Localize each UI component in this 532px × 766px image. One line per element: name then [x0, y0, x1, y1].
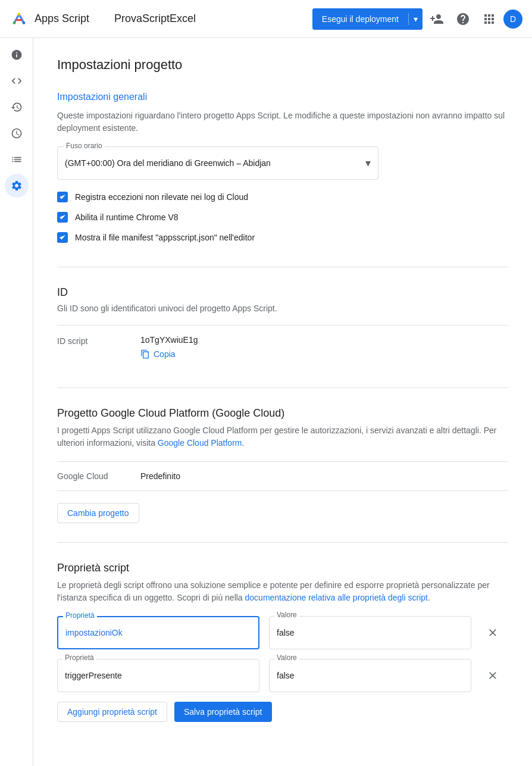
checkbox-manifest[interactable] — [57, 232, 68, 243]
list-icon — [11, 154, 23, 165]
code-icon — [11, 75, 23, 87]
gcp-section: Progetto Google Cloud Platform (Google C… — [57, 407, 508, 523]
sidebar-item-executions[interactable] — [5, 148, 29, 171]
gcp-row: Google Cloud Predefinito — [57, 461, 508, 491]
checkbox-exceptions[interactable] — [57, 192, 68, 202]
sidebar-item-info[interactable] — [5, 43, 29, 67]
script-properties-section: Proprietà script Le proprietà degli scri… — [57, 562, 508, 722]
divider-3 — [57, 542, 508, 543]
help-button[interactable] — [451, 7, 475, 31]
prop-value-field-1-label: Valore — [274, 611, 299, 619]
history-icon — [11, 101, 23, 113]
prop-value-input-2[interactable] — [277, 671, 464, 680]
checkmark-icon — [59, 234, 66, 241]
delete-prop-1-button[interactable] — [481, 621, 505, 645]
checkbox-row-2: Abilita il runtime Chrome V8 — [57, 212, 508, 223]
checkbox-chrome-v8[interactable] — [57, 212, 68, 223]
svg-point-1 — [18, 12, 21, 15]
checkmark-icon — [59, 193, 66, 201]
checkbox-row-3: Mostra il file manifest "appsscript.json… — [57, 232, 508, 243]
sidebar — [0, 38, 33, 766]
prop-value-input-1[interactable] — [277, 628, 464, 637]
timezone-value: (GMT+00:00) Ora del meridiano di Greenwi… — [65, 158, 365, 168]
timezone-dropdown[interactable]: Fuso orario (GMT+00:00) Ora del meridian… — [57, 146, 378, 180]
id-script-label: ID script — [57, 335, 140, 346]
general-settings-section: Impostazioni generali Queste impostazion… — [57, 92, 508, 243]
close-icon — [487, 627, 499, 639]
prop-value-field-2[interactable]: Valore — [269, 659, 471, 692]
prop-field-1-label: Proprietà — [63, 611, 97, 620]
prop-field-2-label: Proprietà — [62, 654, 96, 662]
main-content: Impostazioni progetto Impostazioni gener… — [33, 38, 532, 766]
gcp-link[interactable]: Google Cloud Platform — [158, 438, 242, 448]
help-icon — [456, 12, 470, 26]
copy-icon — [140, 349, 150, 359]
gcp-row-label: Google Cloud — [57, 471, 140, 481]
sidebar-item-history[interactable] — [5, 95, 29, 119]
divider-2 — [57, 387, 508, 388]
copy-button[interactable]: Copia — [140, 349, 198, 359]
gcp-row-value: Predefinito — [140, 471, 180, 481]
save-properties-button[interactable]: Salva proprietà script — [174, 702, 272, 722]
general-settings-description: Queste impostazioni riguardano l'intero … — [57, 110, 508, 135]
checkbox-exceptions-label: Registra eccezioni non rilevate nei log … — [75, 192, 248, 202]
add-collaborator-button[interactable] — [425, 7, 449, 31]
props-description: Le proprietà degli script offrono una so… — [57, 579, 508, 604]
apps-button[interactable] — [477, 7, 501, 31]
id-description: Gli ID sono gli identificatori univoci d… — [57, 304, 508, 313]
prop-value-field-1[interactable]: Valore — [269, 616, 471, 649]
props-title: Proprietà script — [57, 562, 508, 574]
id-title: ID — [57, 286, 508, 299]
close-icon — [487, 670, 499, 681]
general-settings-title: Impostazioni generali — [57, 92, 508, 102]
apps-icon — [482, 12, 496, 26]
prop-input-2[interactable] — [65, 671, 252, 680]
deploy-button-group[interactable]: Esegui il deployment ▾ — [312, 8, 423, 30]
sidebar-item-code[interactable] — [5, 69, 29, 93]
id-script-value: 1oTgYXwiuE1g — [140, 335, 198, 345]
prop-input-1[interactable] — [65, 628, 251, 637]
svg-point-2 — [13, 21, 16, 24]
delete-prop-2-button[interactable] — [481, 664, 505, 687]
prop-row-1: Proprietà Valore — [57, 616, 508, 649]
sidebar-item-triggers[interactable] — [5, 121, 29, 145]
clock-icon — [11, 127, 23, 139]
copy-label: Copia — [154, 349, 176, 359]
id-script-row: ID script 1oTgYXwiuE1g Copia — [57, 325, 508, 368]
timezone-label: Fuso orario — [64, 142, 105, 150]
props-actions: Aggiungi proprietà script Salva propriet… — [57, 702, 508, 722]
deploy-arrow-button[interactable]: ▾ — [409, 8, 423, 30]
apps-script-logo — [10, 10, 29, 29]
checkbox-chrome-v8-label: Abilita il runtime Chrome V8 — [75, 212, 179, 222]
prop-field-1[interactable]: Proprietà — [57, 616, 259, 649]
info-icon — [11, 49, 23, 61]
id-section: ID Gli ID sono gli identificatori univoc… — [57, 286, 508, 368]
props-link[interactable]: documentazione relativa alle proprietà d… — [245, 593, 428, 602]
logo-area: Apps Script — [10, 10, 105, 29]
person-add-icon — [430, 12, 444, 26]
prop-row-2: Proprietà Valore — [57, 659, 508, 692]
settings-icon — [11, 180, 23, 192]
add-property-button[interactable]: Aggiungi proprietà script — [57, 702, 167, 722]
checkbox-manifest-label: Mostra il file manifest "appsscript.json… — [75, 233, 255, 242]
divider-1 — [57, 267, 508, 267]
checkmark-icon — [59, 214, 66, 221]
gcp-description: I progetti Apps Script utilizzano Google… — [57, 424, 508, 449]
sidebar-item-settings[interactable] — [5, 174, 29, 198]
project-name: ProvaScriptExcel — [114, 12, 196, 25]
prop-field-2[interactable]: Proprietà — [57, 659, 259, 692]
change-project-button[interactable]: Cambia progetto — [57, 503, 139, 523]
checkbox-row-1: Registra eccezioni non rilevate nei log … — [57, 192, 508, 202]
svg-point-3 — [23, 21, 26, 24]
id-row-content: 1oTgYXwiuE1g Copia — [140, 335, 198, 359]
chevron-down-icon: ▾ — [365, 157, 371, 170]
deploy-main-button[interactable]: Esegui il deployment — [312, 8, 408, 30]
app-name: Apps Script — [35, 12, 89, 25]
prop-value-field-2-label: Valore — [274, 654, 299, 662]
gcp-title: Progetto Google Cloud Platform (Google C… — [57, 407, 508, 420]
top-bar: Apps Script ProvaScriptExcel Esegui il d… — [0, 0, 532, 38]
avatar[interactable]: D — [503, 10, 522, 29]
main-layout: Impostazioni progetto Impostazioni gener… — [0, 38, 532, 766]
page-title: Impostazioni progetto — [57, 57, 508, 73]
